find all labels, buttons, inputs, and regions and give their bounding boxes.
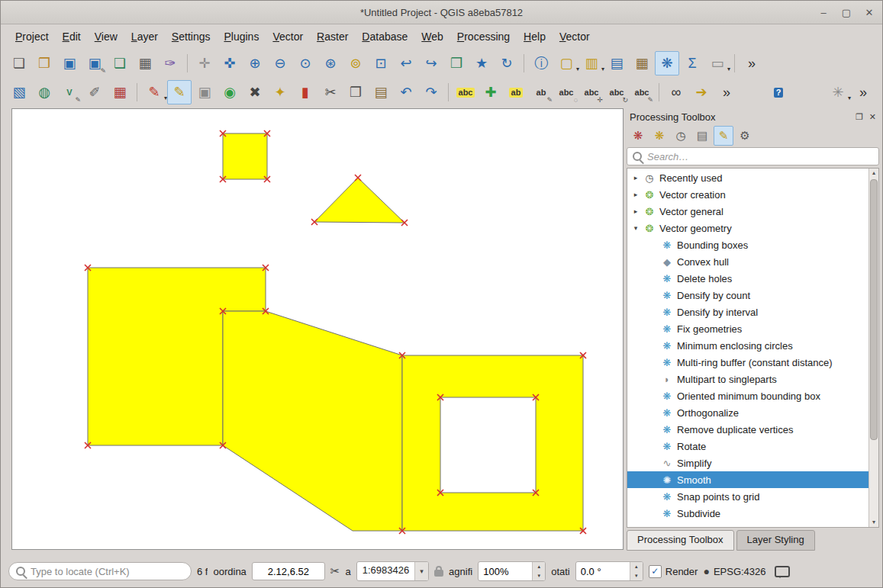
tree-item-convex-hull[interactable]: ◆Convex hull [627,253,869,270]
toggle-editing-button[interactable]: ✎ [167,80,192,104]
select-features-button[interactable]: ▢▾ [554,51,578,76]
pin-unpin-labels-button[interactable]: ab✎ [529,80,553,104]
history-button[interactable]: ◷ [671,126,691,146]
tree-item-densify-by-count[interactable]: ❋Densify by count [627,287,869,304]
menu-vector[interactable]: Vector [553,27,597,46]
minimize-button[interactable]: – [818,7,829,18]
tree-item-bounding-boxes[interactable]: ❋Bounding boxes [627,236,869,253]
new-project-button[interactable]: ❏ [7,51,31,76]
rotate-label-button[interactable]: abc↻ [604,80,629,104]
maximize-button[interactable]: ▢ [841,7,852,18]
zoom-native-button[interactable]: ⊙ [293,51,317,76]
rotation-spin-up-icon[interactable]: ▴ [630,562,643,571]
plugin-action-button[interactable]: ➔ [689,80,714,104]
locate-input[interactable] [8,562,192,580]
tree-item-snap-points-to-grid[interactable]: ❋Snap points to grid [627,488,869,505]
add-vector-layer-button[interactable]: ◍ [32,80,56,104]
menu-database[interactable]: Database [355,27,414,46]
move-feature-button[interactable]: ✦ [268,80,292,104]
metasearch-button[interactable]: ∞ [664,80,688,104]
new-print-layout-button[interactable]: ❏ [108,51,132,76]
add-polygon-feature-button[interactable]: ◉ [218,80,242,104]
layout-manager-button[interactable]: ▦ [133,51,157,76]
layer-labeling-options-button[interactable]: abc [453,80,478,104]
redo-button[interactable]: ↷ [419,80,443,104]
menu-web[interactable]: Web [414,27,450,46]
tree-item-delete-holes[interactable]: ❋Delete holes [627,270,869,287]
zoom-out-button[interactable]: ⊖ [268,51,292,76]
render-checkbox[interactable]: ✓ Render [649,565,698,578]
menu-raster[interactable]: Raster [310,27,355,46]
tree-item-multi-ring-buffer-constant-distance[interactable]: ❋Multi-ring buffer (constant distance) [627,354,869,371]
select-by-value-button[interactable]: ▥▾ [579,51,604,76]
models-button[interactable]: ❋ [628,126,648,146]
close-panel-icon[interactable]: ✕ [869,112,876,122]
cut-features-button[interactable]: ✂ [318,80,343,104]
menu-view[interactable]: View [88,27,124,46]
tree-item-rotate[interactable]: ❋Rotate [627,438,869,455]
tree-item-subdivide[interactable]: ❋Subdivide [627,505,869,522]
tree-item-remove-duplicate-vertices[interactable]: ❋Remove duplicate vertices [627,421,869,438]
statistics-button[interactable]: Σ [680,51,704,76]
edit-features-in-place-button[interactable]: ✎ [714,126,733,146]
rotation-spin-down-icon[interactable]: ▾ [630,571,643,580]
refresh-button[interactable]: ↻ [495,51,519,76]
tree-item-smooth[interactable]: ✺Smooth [627,471,869,488]
panel-scrollbar[interactable]: ▴ ▾ [868,169,878,527]
zoom-full-button[interactable]: ⊛ [318,51,343,76]
tree-item-densify-by-interval[interactable]: ❋Densify by interval [627,304,869,320]
digitizing-dropdown-button[interactable]: ✳▾ [826,80,850,104]
messages-icon[interactable] [775,566,790,577]
tree-item-orthogonalize[interactable]: ❋Orthogonalize [627,404,869,421]
tree-item-oriented-minimum-bounding-box[interactable]: ❋Oriented minimum bounding box [627,387,869,404]
style-manager-button[interactable]: ✑ [158,51,182,76]
tree-item-recently-used[interactable]: ▸◷Recently used [627,169,869,186]
menu-settings[interactable]: Settings [165,27,218,46]
spin-down-icon[interactable]: ▾ [533,571,545,580]
measure-button[interactable]: ▭▾ [705,51,730,76]
tree-item-vector-general[interactable]: ▸❂Vector general [627,203,869,220]
zoom-to-layer-button[interactable]: ⊡ [369,51,393,76]
scrollbar-thumb[interactable] [870,179,878,440]
lock-scale-icon[interactable] [434,570,443,577]
menu-vector[interactable]: Vector [266,27,310,46]
new-virtual-layer-button[interactable]: ✐ [82,80,107,104]
layer-diagram-options-button[interactable]: ✚ [479,80,503,104]
tree-item-multipart-to-singleparts[interactable]: ◗Multipart to singleparts [627,371,869,387]
menu-processing[interactable]: Processing [450,27,517,46]
spin-up-icon[interactable]: ▴ [533,562,545,571]
scroll-down-icon[interactable]: ▾ [872,518,875,527]
new-map-view-button[interactable]: ❒ [444,51,469,76]
menu-layer[interactable]: Layer [124,27,165,46]
chevron-right-icon[interactable]: ▸ [632,207,640,215]
data-source-manager-button[interactable]: ▧ [7,80,31,104]
tree-item-minimum-enclosing-circles[interactable]: ❋Minimum enclosing circles [627,337,869,354]
chevron-right-icon[interactable]: ▸ [632,191,640,198]
open-attribute-table-button[interactable]: ▤ [604,51,629,76]
extent-toggle-icon[interactable]: ✂ [330,564,340,578]
close-button[interactable]: ✕ [864,7,875,18]
rotation-input[interactable] [576,562,630,580]
highlight-labels-button[interactable]: ab [504,80,528,104]
scale-dropdown-icon[interactable]: ▾ [414,562,428,580]
scale-combo[interactable]: 1:6983426 ▾ [356,561,429,581]
chevron-down-icon[interactable]: ▾ [632,224,640,232]
vertex-tool-button[interactable]: ✖ [243,80,267,104]
tree-item-vector-creation[interactable]: ▸❂Vector creation [627,186,869,203]
new-shapefile-layer-button[interactable]: V✎ [57,80,82,104]
scroll-up-icon[interactable]: ▴ [872,169,875,178]
move-label-button[interactable]: abc✛ [579,80,604,104]
help-button[interactable]: ? [766,80,791,104]
crs-indicator[interactable]: ● EPSG:4326 [703,565,765,577]
new-temporary-scratch-layer-button[interactable]: ▦ [108,80,132,104]
magnifier-input[interactable] [479,562,532,580]
open-project-button[interactable]: ❐ [32,51,56,76]
processing-toolbox-toggle[interactable]: ❋ [655,51,679,76]
toolbar-extension-button[interactable]: » [740,51,764,76]
paste-features-button[interactable]: ▤ [369,80,393,104]
menu-plugins[interactable]: Plugins [217,27,266,46]
menu-help[interactable]: Help [517,27,553,46]
float-panel-icon[interactable]: ❐ [856,112,863,122]
tree-item-simplify[interactable]: ∿Simplify [627,455,869,471]
pan-map-button[interactable]: ✛ [192,51,217,76]
